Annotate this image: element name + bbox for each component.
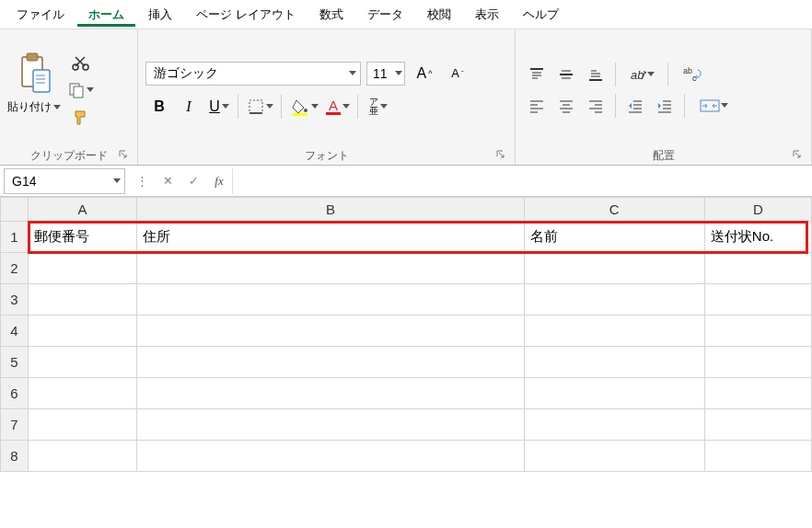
row-header-2[interactable]: 2	[1, 253, 29, 284]
cell-b7[interactable]	[137, 409, 524, 441]
copy-button[interactable]	[68, 79, 94, 101]
svg-rect-10	[249, 100, 262, 113]
menu-file[interactable]: ファイル	[6, 3, 75, 27]
cell-d6[interactable]	[704, 378, 811, 409]
name-box[interactable]: G14	[4, 168, 125, 194]
cancel-formula-button[interactable]: ✕	[155, 168, 180, 194]
cell-a1[interactable]: 郵便番号	[29, 222, 137, 253]
fill-color-button[interactable]	[287, 93, 320, 121]
decrease-indent-button[interactable]	[621, 93, 649, 119]
format-painter-button[interactable]	[68, 107, 94, 129]
align-top-button[interactable]	[523, 62, 551, 87]
formula-options-button[interactable]: ⋮	[129, 168, 155, 194]
menu-insert[interactable]: 挿入	[137, 3, 183, 27]
font-launcher[interactable]	[494, 148, 507, 161]
increase-indent-button[interactable]	[651, 93, 679, 119]
cell-d7[interactable]	[704, 409, 811, 441]
row-header-1[interactable]: 1	[1, 222, 29, 253]
group-clipboard: 貼り付け クリップボード	[0, 29, 138, 165]
wrap-text-button[interactable]: abc	[674, 62, 711, 87]
align-left-icon	[528, 98, 545, 114]
cell-a4[interactable]	[29, 316, 137, 347]
row-header-8[interactable]: 8	[1, 441, 29, 472]
cut-button[interactable]	[68, 52, 94, 74]
alignment-launcher[interactable]	[791, 148, 804, 161]
cell-d2[interactable]	[704, 253, 811, 284]
font-size-select[interactable]: 11	[366, 62, 405, 86]
cell-a3[interactable]	[29, 284, 137, 316]
cell-d8[interactable]	[704, 441, 811, 472]
col-header-a[interactable]: A	[29, 198, 137, 222]
cell-a7[interactable]	[29, 409, 137, 441]
group-font: 游ゴシック 11 A^ Aˇ B I U	[138, 29, 516, 165]
insert-function-button[interactable]: fx	[206, 168, 232, 194]
chevron-down-icon	[721, 103, 728, 108]
cell-b5[interactable]	[137, 347, 524, 378]
chevron-down-icon	[342, 104, 350, 109]
cell-c8[interactable]	[524, 441, 704, 472]
bold-button[interactable]: B	[145, 93, 173, 121]
paste-button[interactable]: 貼り付け	[7, 52, 61, 115]
formula-input[interactable]	[232, 168, 812, 194]
launcher-icon	[496, 150, 505, 159]
italic-button[interactable]: I	[175, 93, 203, 121]
row-header-5[interactable]: 5	[1, 347, 29, 378]
cell-c2[interactable]	[524, 253, 704, 284]
name-box-value: G14	[12, 174, 36, 189]
col-header-c[interactable]: C	[524, 198, 704, 222]
svg-point-7	[83, 64, 88, 70]
cell-a5[interactable]	[29, 347, 137, 378]
grid[interactable]: A B C D 1 郵便番号 住所 名前 送付状No. 2 3 4 5 6 7 …	[0, 197, 812, 472]
cell-d1[interactable]: 送付状No.	[704, 222, 811, 253]
cell-a6[interactable]	[29, 378, 137, 409]
chevron-down-icon	[349, 71, 356, 75]
cell-d4[interactable]	[704, 316, 811, 347]
cell-c6[interactable]	[524, 378, 704, 409]
cell-b6[interactable]	[137, 378, 524, 409]
cell-a8[interactable]	[29, 441, 137, 472]
enter-formula-button[interactable]: ✓	[180, 168, 206, 194]
col-header-b[interactable]: B	[137, 198, 524, 222]
align-center-button[interactable]	[552, 93, 580, 119]
row-header-7[interactable]: 7	[1, 409, 29, 441]
cell-b4[interactable]	[137, 316, 524, 347]
cell-b8[interactable]	[137, 441, 524, 472]
align-left-button[interactable]	[523, 93, 551, 119]
menu-home[interactable]: ホーム	[77, 3, 135, 27]
border-button[interactable]	[244, 93, 275, 121]
align-right-button[interactable]	[582, 93, 609, 119]
row-header-6[interactable]: 6	[1, 378, 29, 409]
font-name-select[interactable]: 游ゴシック	[145, 62, 361, 86]
align-bottom-button[interactable]	[582, 62, 609, 87]
menu-help[interactable]: ヘルプ	[512, 3, 570, 27]
menu-review[interactable]: 校閲	[416, 3, 462, 27]
cell-d5[interactable]	[704, 347, 811, 378]
select-all-corner[interactable]	[1, 198, 29, 222]
cell-a2[interactable]	[29, 253, 137, 284]
clipboard-launcher[interactable]	[117, 148, 130, 161]
menu-formulas[interactable]: 数式	[308, 3, 354, 27]
menu-view[interactable]: 表示	[464, 3, 510, 27]
font-color-button[interactable]: A	[322, 93, 352, 121]
menu-page-layout[interactable]: ページ レイアウト	[185, 3, 307, 27]
merge-center-button[interactable]	[690, 93, 737, 119]
cell-c5[interactable]	[524, 347, 704, 378]
orientation-button[interactable]: ab	[621, 62, 662, 87]
cell-b2[interactable]	[137, 253, 524, 284]
cell-b1[interactable]: 住所	[137, 222, 524, 253]
row-header-3[interactable]: 3	[1, 284, 29, 316]
cell-b3[interactable]	[137, 284, 524, 316]
increase-font-button[interactable]: A^	[411, 60, 438, 87]
decrease-font-button[interactable]: Aˇ	[444, 60, 471, 87]
col-header-d[interactable]: D	[704, 198, 811, 222]
cell-c4[interactable]	[524, 316, 704, 347]
cell-c1[interactable]: 名前	[524, 222, 704, 253]
underline-button[interactable]: U	[204, 93, 232, 121]
phonetic-button[interactable]: ア亜	[364, 93, 391, 121]
menu-data[interactable]: データ	[356, 3, 414, 27]
cell-c3[interactable]	[524, 284, 704, 316]
cell-c7[interactable]	[524, 409, 704, 441]
align-middle-button[interactable]	[552, 62, 580, 87]
cell-d3[interactable]	[704, 284, 811, 316]
row-header-4[interactable]: 4	[1, 316, 29, 347]
